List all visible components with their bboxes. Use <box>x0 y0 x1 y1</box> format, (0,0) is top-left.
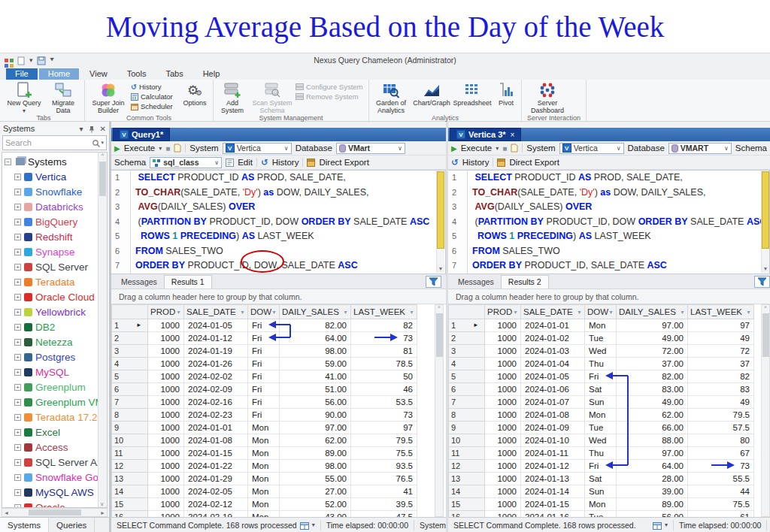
code-line[interactable]: 3 AVG(DAILY_SALES) OVER <box>111 200 445 215</box>
sidebar-item-databricks[interactable]: +Databricks <box>5 199 107 214</box>
history-icon[interactable]: ↺ <box>451 157 459 168</box>
expand-icon[interactable]: + <box>14 249 21 255</box>
new-query-button[interactable]: New Query ▾ <box>5 80 43 114</box>
cell[interactable]: 2024-01-03 <box>521 345 585 358</box>
cell[interactable]: 1000 <box>485 498 521 511</box>
cell[interactable]: 41 <box>351 485 417 498</box>
cell[interactable]: Tue <box>585 332 617 345</box>
table-row[interactable]: 810002024-01-08Mon62.0079.5 <box>449 409 754 422</box>
code-line[interactable]: 2TO_CHAR(SALE_DATE, 'Dy') as DOW, DAILY_… <box>111 186 445 201</box>
cell[interactable]: 1000 <box>485 485 521 498</box>
cell[interactable]: 28.00 <box>617 473 688 485</box>
cell[interactable]: 39.5 <box>351 498 417 511</box>
row-number[interactable]: 11 <box>449 447 485 460</box>
result-grid-icon[interactable] <box>300 520 309 529</box>
table-row[interactable]: 1010002024-01-08Mon62.0079.5 <box>112 434 417 447</box>
cell[interactable]: 1000 <box>148 473 184 485</box>
row-number[interactable]: 6 <box>449 383 485 396</box>
table-row[interactable]: 1510002024-02-12Mon52.0039.5 <box>112 498 417 511</box>
code-line[interactable]: 2TO_CHAR(SALE_DATE, 'Dy') as DOW, DAILY_… <box>448 186 769 201</box>
cell[interactable]: 2024-01-29 <box>184 473 248 485</box>
cell[interactable]: 2024-01-22 <box>184 460 248 473</box>
cell[interactable]: 90.00 <box>280 409 351 422</box>
cell[interactable]: 88.00 <box>617 434 688 447</box>
expand-icon[interactable]: + <box>14 309 21 316</box>
cell[interactable]: 43.00 <box>280 511 351 518</box>
filter-icon[interactable]: ▼ <box>746 310 751 315</box>
row-number[interactable]: 10 <box>449 434 485 447</box>
filter-icon[interactable]: ▼ <box>176 310 181 315</box>
expand-icon[interactable]: + <box>14 339 21 346</box>
filter-icon[interactable]: ▼ <box>409 310 414 315</box>
sidebar-item-netezza[interactable]: +Netezza <box>5 334 107 349</box>
code-line[interactable]: 6FROM SALES_TWO <box>448 244 769 259</box>
cell[interactable]: 49 <box>688 332 754 345</box>
cell[interactable]: 98.00 <box>280 460 351 473</box>
history-icon[interactable]: ↺ <box>261 157 268 168</box>
execute-button[interactable]: Execute <box>461 144 493 153</box>
expand-icon[interactable]: + <box>14 354 21 361</box>
sidebar-item-snowflake[interactable]: +Snowflake <box>5 184 107 199</box>
cell[interactable]: 62.00 <box>280 434 351 447</box>
row-number[interactable]: 1▸ <box>112 319 148 332</box>
table-row[interactable]: 510002024-01-05Fri82.0082 <box>449 370 754 383</box>
cell[interactable]: 1000 <box>148 434 184 447</box>
cell[interactable]: 37 <box>688 358 754 370</box>
filter-icon[interactable]: ▼ <box>240 310 245 315</box>
row-number[interactable]: 3 <box>449 345 485 358</box>
sidebar-item-bigquery[interactable]: +BigQuery <box>5 214 107 229</box>
cell[interactable]: 93.5 <box>351 460 417 473</box>
table-row[interactable]: 810002024-02-23Fri90.0073 <box>112 409 417 422</box>
filter-funnel-button[interactable] <box>754 276 770 288</box>
cell[interactable]: 83.00 <box>617 383 688 396</box>
cell[interactable]: 1000 <box>485 473 521 485</box>
grid-vertical-scrollbar[interactable]: ^ <box>435 304 444 517</box>
cell[interactable]: 83 <box>688 383 754 396</box>
cell[interactable]: Tue <box>585 422 617 434</box>
cell[interactable]: 64.00 <box>280 332 351 345</box>
expand-icon[interactable]: + <box>14 234 21 240</box>
cell[interactable]: 1000 <box>485 332 521 345</box>
stop-icon[interactable]: ■ <box>165 144 170 153</box>
cell[interactable]: 62.00 <box>617 409 688 422</box>
cell[interactable]: Sun <box>585 396 617 409</box>
cell[interactable]: 89.00 <box>280 447 351 460</box>
cell[interactable]: 2024-01-13 <box>521 473 585 485</box>
cell[interactable]: 82 <box>688 370 754 383</box>
code-line[interactable]: 1 SELECT PRODUCT_ID AS PROD, SALE_DATE, <box>111 171 445 186</box>
cell[interactable]: Mon <box>585 319 617 332</box>
cell[interactable]: 2024-01-15 <box>184 447 248 460</box>
cell[interactable]: 56.00 <box>617 511 688 518</box>
chevron-down-icon[interactable]: ▾ <box>665 521 668 528</box>
cell[interactable]: 1000 <box>148 383 184 396</box>
tab-query1[interactable]: V Query1* <box>113 128 170 141</box>
sidebar-item-db2[interactable]: +DB2 <box>5 319 107 334</box>
cell[interactable]: Fri <box>248 409 280 422</box>
history-button[interactable]: History <box>462 158 490 167</box>
expand-icon[interactable]: + <box>14 384 21 391</box>
cell[interactable]: 61 <box>688 511 754 518</box>
tab-home[interactable]: Home <box>39 68 79 80</box>
sidebar-item-sql-server[interactable]: +SQL Server <box>5 259 107 274</box>
row-number[interactable]: 7 <box>449 396 485 409</box>
cell[interactable]: 2024-01-01 <box>521 319 585 332</box>
cell[interactable]: 81 <box>351 345 417 358</box>
chevron-down-icon[interactable]: ▾ <box>312 521 315 528</box>
expand-icon[interactable]: + <box>14 474 21 481</box>
cell[interactable]: Tue <box>585 511 617 518</box>
cell[interactable]: 97.00 <box>280 422 351 434</box>
search-input[interactable] <box>5 138 92 147</box>
cell[interactable]: 53.5 <box>351 396 417 409</box>
expand-icon[interactable]: + <box>14 219 21 225</box>
table-row[interactable]: 910002024-01-09Tue66.0057.5 <box>449 422 754 434</box>
direct-export-button[interactable]: Direct Export <box>319 158 368 167</box>
tab-view[interactable]: View <box>80 68 117 80</box>
row-number[interactable]: 1▸ <box>449 319 485 332</box>
cell[interactable]: 41.00 <box>280 370 351 383</box>
server-dashboard-button[interactable]: Server Dashboard <box>524 80 571 114</box>
sidebar-item-redshift[interactable]: +Redshift <box>5 229 107 244</box>
row-number[interactable]: 16 <box>112 511 148 518</box>
table-row[interactable]: 210002024-01-02Tue49.0049 <box>449 332 754 345</box>
cell[interactable]: Wed <box>585 345 617 358</box>
column-header-prod[interactable]: ▼PROD <box>485 305 521 319</box>
